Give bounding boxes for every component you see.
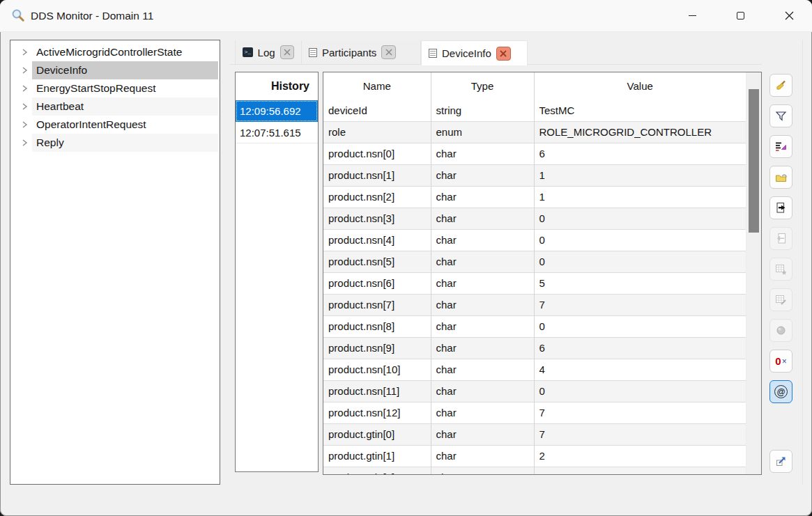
scrollbar-thumb[interactable] — [749, 89, 759, 233]
cell-value: 1 — [534, 164, 746, 186]
table-row[interactable]: product.nsn[0]char6 — [323, 143, 746, 164]
tab-log[interactable]: >_ Log — [235, 40, 302, 64]
sample-table: Name Type Value deviceIdstringTestMC rol… — [323, 72, 746, 474]
history-entry[interactable]: 12:09:56.692 — [236, 100, 318, 122]
chevron-right-icon[interactable] — [20, 102, 29, 114]
tab-close-button[interactable] — [280, 45, 294, 59]
open-folder-button[interactable] — [769, 166, 792, 189]
tab-close-button[interactable] — [496, 47, 511, 61]
console-icon: >_ — [243, 47, 253, 57]
table-row[interactable]: product.nsn[5]char0 — [323, 251, 746, 272]
minimize-button[interactable] — [676, 0, 708, 31]
history-entry[interactable]: 12:07:51.615 — [236, 122, 318, 143]
tree-item-reply[interactable]: Reply — [10, 134, 220, 152]
record-button — [769, 319, 792, 342]
popout-icon — [775, 455, 787, 467]
cell-type: char — [431, 315, 534, 337]
cell-type: char — [431, 186, 534, 208]
table-row[interactable]: product.nsn[6]char5 — [323, 272, 746, 294]
table-row[interactable]: product.nsn[2]char1 — [323, 186, 746, 208]
column-header-value[interactable]: Value — [534, 72, 746, 100]
hex-toggle-button[interactable]: 0× — [769, 350, 792, 373]
cell-value: 0 — [534, 380, 746, 402]
broom-icon — [775, 79, 787, 91]
maximize-button[interactable] — [724, 0, 756, 31]
table-row[interactable]: roleenumROLE_MICROGRID_CONTROLLER — [323, 121, 746, 143]
popout-button[interactable] — [769, 450, 792, 473]
table-row[interactable]: product.nsn[7]char7 — [323, 294, 746, 315]
cell-name: product.gtin[0] — [323, 423, 431, 445]
at-toggle-button[interactable]: @ — [769, 380, 792, 403]
table-row[interactable]: product.nsn[9]char6 — [323, 337, 746, 359]
history-time: 12:09:56.692 — [240, 105, 301, 117]
table-row[interactable]: product.gtin[0]char7 — [323, 423, 746, 445]
cell-type: char — [431, 251, 534, 272]
doc-return-icon — [775, 233, 787, 244]
tree-item-label: EnergyStartStopRequest — [36, 82, 155, 95]
edit-list-button[interactable] — [769, 135, 792, 158]
cell-name: product.nsn[5] — [323, 251, 431, 272]
minimize-icon — [689, 15, 696, 16]
vertical-scrollbar[interactable] — [746, 72, 761, 474]
cell-type: char — [431, 294, 534, 315]
tree-item-energystartstoprequest[interactable]: EnergyStartStopRequest — [10, 79, 220, 97]
cell-type: char — [431, 272, 534, 294]
tree-item-deviceinfo[interactable]: DeviceInfo — [10, 61, 220, 79]
cell-name: product.nsn[3] — [323, 208, 431, 229]
column-header-name[interactable]: Name — [323, 72, 431, 100]
table-row[interactable]: product.nsn[1]char1 — [323, 164, 746, 186]
column-header-type[interactable]: Type — [431, 72, 534, 100]
tree-item-activemicrogridcontrollerstate[interactable]: ActiveMicrogridControllerState — [10, 43, 220, 61]
table-row[interactable]: product.nsn[4]char0 — [323, 229, 746, 251]
table-row[interactable]: product.nsn[11]char0 — [323, 380, 746, 402]
chevron-right-icon[interactable] — [20, 138, 29, 150]
cell-value: ROLE_MICROGRID_CONTROLLER — [534, 121, 746, 143]
sphere-icon — [775, 325, 787, 336]
close-icon — [785, 11, 794, 20]
chevron-right-icon[interactable] — [20, 120, 29, 132]
close-button[interactable] — [773, 0, 805, 31]
table-row[interactable]: product.gtin[2]char — [323, 467, 746, 474]
tree-item-operatorintentrequest[interactable]: OperatorIntentRequest — [10, 116, 220, 134]
cell-value: 0 — [534, 229, 746, 251]
table-row[interactable]: product.gtin[1]char2 — [323, 445, 746, 467]
cell-value — [534, 467, 746, 474]
tree-item-label: Reply — [36, 136, 64, 149]
cell-type: char — [431, 208, 534, 229]
table-row[interactable]: product.nsn[10]char4 — [323, 359, 746, 380]
table-row[interactable]: deviceIdstringTestMC — [323, 100, 746, 121]
cell-type: char — [431, 359, 534, 380]
cell-name: product.nsn[9] — [323, 337, 431, 359]
filter-button[interactable] — [769, 104, 792, 127]
cell-type: char — [431, 467, 534, 474]
grid-pencil-icon — [775, 294, 787, 306]
table-row[interactable]: product.nsn[8]char0 — [323, 315, 746, 337]
hex-x-icon: × — [782, 357, 787, 366]
tab-label: Participants — [322, 47, 376, 58]
cell-name: role — [323, 121, 431, 143]
cell-value: 6 — [534, 337, 746, 359]
titlebar: DDS Monitor - Domain 11 — [0, 0, 812, 32]
tab-label: Log — [258, 47, 275, 58]
cell-type: char — [431, 423, 534, 445]
cell-type: char — [431, 402, 534, 423]
chevron-right-icon[interactable] — [20, 65, 29, 78]
export-button[interactable] — [769, 196, 792, 219]
tree-item-label: OperatorIntentRequest — [36, 118, 146, 131]
hex-icon: 0 — [775, 356, 781, 366]
cell-value: 4 — [534, 359, 746, 380]
clean-button[interactable] — [769, 74, 792, 97]
cell-type: char — [431, 380, 534, 402]
table-row[interactable]: product.nsn[3]char0 — [323, 208, 746, 229]
tree-item-heartbeat[interactable]: Heartbeat — [10, 97, 220, 116]
tab-deviceinfo[interactable]: DeviceInfo — [421, 40, 528, 65]
cell-name: product.nsn[6] — [323, 272, 431, 294]
sample-table-panel: Name Type Value deviceIdstringTestMC rol… — [323, 72, 762, 475]
tab-participants[interactable]: Participants — [302, 40, 421, 64]
chevron-right-icon[interactable] — [20, 84, 29, 96]
cell-name: deviceId — [323, 100, 431, 121]
chevron-right-icon[interactable] — [20, 47, 29, 60]
table-row[interactable]: product.nsn[12]char7 — [323, 402, 746, 423]
tab-close-button[interactable] — [381, 45, 396, 59]
table-icon — [429, 49, 437, 58]
